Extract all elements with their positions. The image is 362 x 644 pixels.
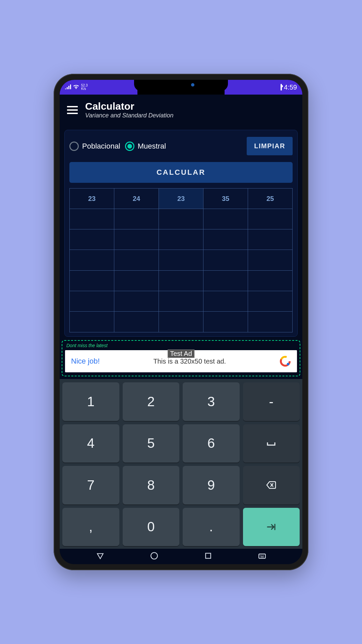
grid-cell[interactable]: [114, 271, 159, 291]
ad-hint: Dont miss the latest: [65, 342, 297, 350]
android-navbar: [60, 549, 302, 564]
clear-button[interactable]: LIMPIAR: [247, 137, 293, 155]
nav-keyboard-icon[interactable]: [258, 551, 266, 561]
grid-cell[interactable]: [248, 209, 292, 229]
data-grid: 2324233525: [69, 188, 293, 332]
network-speed: 52.3 K/s: [81, 84, 87, 91]
wifi-icon: [73, 85, 79, 90]
key-5[interactable]: 5: [123, 424, 180, 463]
grid-cell[interactable]: [159, 271, 203, 291]
grid-cell[interactable]: [248, 271, 292, 291]
grid-cell[interactable]: [203, 250, 248, 270]
grid-cell[interactable]: [248, 312, 292, 332]
grid-cell[interactable]: [248, 250, 292, 270]
grid-cell[interactable]: [114, 312, 159, 332]
clock: 4:59: [284, 84, 297, 91]
key-period[interactable]: .: [183, 508, 240, 546]
grid-row: [70, 312, 292, 332]
nav-back-icon[interactable]: [96, 551, 105, 561]
grid-cell[interactable]: [159, 250, 203, 270]
page-subtitle: Variance and Standard Deviation: [85, 112, 174, 119]
ad-text-left: Nice job!: [71, 357, 100, 366]
grid-cell[interactable]: [159, 291, 203, 312]
nav-recent-icon[interactable]: [204, 551, 213, 561]
grid-cell[interactable]: [159, 209, 203, 229]
grid-cell[interactable]: 23: [159, 189, 203, 209]
key-8[interactable]: 8: [123, 466, 180, 504]
menu-icon[interactable]: [67, 106, 78, 114]
key-9[interactable]: 9: [183, 466, 240, 504]
grid-row: [70, 291, 292, 312]
grid-cell[interactable]: [248, 229, 292, 250]
grid-cell[interactable]: [203, 271, 248, 291]
key-1[interactable]: 1: [62, 382, 119, 421]
grid-cell[interactable]: [70, 229, 114, 250]
options-row: Poblacional Muestral LIMPIAR: [69, 137, 293, 155]
grid-cell[interactable]: [248, 291, 292, 312]
key-3[interactable]: 3: [183, 382, 240, 421]
battery-icon: [281, 85, 282, 90]
key-backspace[interactable]: [243, 466, 300, 504]
ad-badge: Test Ad: [168, 350, 194, 358]
grid-row: [70, 209, 292, 229]
key-4[interactable]: 4: [62, 424, 119, 463]
phone-frame: 52.3 K/s 4:59 Calculator Variance and St…: [54, 74, 308, 570]
grid-cell[interactable]: [203, 209, 248, 229]
radio-poblacional[interactable]: Poblacional: [69, 142, 120, 151]
status-bar: 52.3 K/s 4:59: [60, 80, 302, 95]
grid-cell[interactable]: [114, 291, 159, 312]
status-left: 52.3 K/s: [65, 84, 87, 91]
key-comma[interactable]: ,: [62, 508, 119, 546]
radio-muestral[interactable]: Muestral: [125, 142, 166, 151]
svg-rect-5: [259, 554, 265, 558]
radio-label: Poblacional: [82, 142, 120, 151]
key-6[interactable]: 6: [183, 424, 240, 463]
numeric-keyboard: 123-456789,0.: [60, 379, 302, 549]
key-0[interactable]: 0: [123, 508, 180, 546]
calculate-button[interactable]: CALCULAR: [69, 162, 293, 183]
grid-cell[interactable]: [70, 250, 114, 270]
radio-btn-icon: [69, 142, 79, 151]
grid-cell[interactable]: 24: [114, 189, 159, 209]
key-space[interactable]: [243, 424, 300, 463]
grid-cell[interactable]: [70, 271, 114, 291]
svg-rect-4: [205, 553, 210, 558]
grid-cell[interactable]: [70, 312, 114, 332]
admob-logo-icon: [280, 356, 291, 367]
ad-text-main: This is a 320x50 test ad.: [153, 358, 226, 365]
grid-cell[interactable]: [114, 229, 159, 250]
grid-cell[interactable]: 23: [70, 189, 114, 209]
screen: 52.3 K/s 4:59 Calculator Variance and St…: [60, 80, 302, 564]
grid-cell[interactable]: [203, 291, 248, 312]
key-minus[interactable]: -: [243, 382, 300, 421]
grid-cell[interactable]: 25: [248, 189, 292, 209]
notch-camera-dot: [191, 83, 194, 87]
ad-container: Dont miss the latest Test Ad Nice job! T…: [62, 340, 300, 376]
svg-point-2: [287, 363, 290, 366]
ad-banner[interactable]: Test Ad Nice job! This is a 320x50 test …: [65, 350, 297, 372]
grid-cell[interactable]: [114, 209, 159, 229]
radio-label: Muestral: [138, 142, 166, 151]
grid-cell[interactable]: [203, 229, 248, 250]
grid-cell[interactable]: 35: [203, 189, 248, 209]
grid-cell[interactable]: [70, 209, 114, 229]
grid-row: [70, 271, 292, 291]
grid-row: [70, 229, 292, 250]
grid-cell[interactable]: [70, 291, 114, 312]
signal-icon: [65, 85, 71, 90]
grid-row: 2324233525: [70, 189, 292, 209]
grid-cell[interactable]: [114, 250, 159, 270]
grid-cell[interactable]: [159, 312, 203, 332]
key-7[interactable]: 7: [62, 466, 119, 504]
grid-cell[interactable]: [203, 312, 248, 332]
main-panel: Poblacional Muestral LIMPIAR CALCULAR 23…: [64, 130, 298, 337]
key-2[interactable]: 2: [123, 382, 180, 421]
grid-cell[interactable]: [159, 229, 203, 250]
nav-home-icon[interactable]: [150, 551, 159, 561]
grid-row: [70, 250, 292, 270]
status-right: 4:59: [281, 84, 297, 91]
page-title: Calculator: [85, 101, 174, 112]
key-next[interactable]: [243, 508, 300, 546]
header-text: Calculator Variance and Standard Deviati…: [85, 101, 174, 119]
app-header: Calculator Variance and Standard Deviati…: [60, 95, 302, 126]
